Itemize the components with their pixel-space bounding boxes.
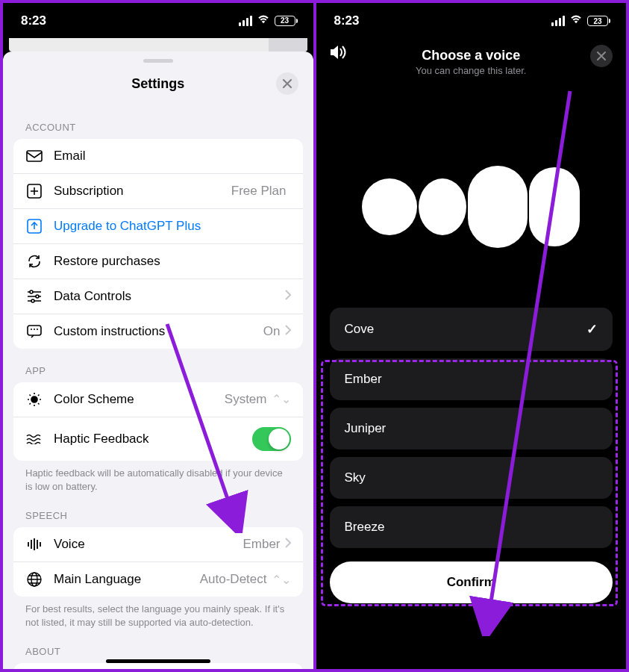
voice-option-cove[interactable]: Cove ✓ xyxy=(330,308,613,351)
row-voice[interactable]: Voice Ember xyxy=(13,527,303,562)
waves-icon xyxy=(25,432,43,447)
voice-option-ember[interactable]: Ember xyxy=(330,358,613,400)
check-icon: ✓ xyxy=(586,321,598,337)
voice-list: Cove ✓ Ember Juniper Sky Breeze xyxy=(330,308,613,548)
row-label: Upgrade to ChatGPT Plus xyxy=(54,219,291,234)
svg-rect-6 xyxy=(28,326,41,335)
section-label-app: APP xyxy=(3,349,313,382)
battery-icon: 23 xyxy=(587,16,608,26)
row-label: Subscription xyxy=(54,184,231,199)
row-email[interactable]: Email xyxy=(13,139,303,174)
chevron-right-icon xyxy=(285,325,291,338)
voice-label: Cove xyxy=(345,322,375,337)
refresh-icon xyxy=(25,254,43,269)
haptic-toggle[interactable] xyxy=(252,427,291,451)
row-color-scheme[interactable]: Color Scheme System ⌃⌄ xyxy=(13,382,303,417)
status-indicators: 23 xyxy=(239,13,295,28)
row-restore[interactable]: Restore purchases xyxy=(13,244,303,279)
voice-option-juniper[interactable]: Juniper xyxy=(330,408,613,449)
voice-option-sky[interactable]: Sky xyxy=(330,457,613,499)
row-label: Data Controls xyxy=(54,289,285,304)
speech-footer: For best results, select the language yo… xyxy=(3,597,313,629)
status-indicators: 23 xyxy=(551,13,608,28)
voice-label: Breeze xyxy=(345,520,385,535)
settings-header: Settings xyxy=(3,63,313,105)
status-time: 8:23 xyxy=(21,13,46,28)
status-bar: 8:23 23 xyxy=(316,3,627,39)
close-button[interactable] xyxy=(276,72,298,95)
voice-label: Ember xyxy=(345,372,382,387)
svg-point-5 xyxy=(31,299,34,302)
row-data-controls[interactable]: Data Controls xyxy=(13,279,303,314)
status-bar: 8:23 23 xyxy=(3,3,313,38)
row-label: Color Scheme xyxy=(54,392,225,407)
row-value: Ember xyxy=(242,537,280,552)
row-value: Free Plan xyxy=(231,184,287,199)
close-button[interactable] xyxy=(590,45,613,67)
home-indicator[interactable] xyxy=(106,659,210,663)
row-subscription[interactable]: Subscription Free Plan xyxy=(13,174,303,209)
row-label: Main Language xyxy=(54,572,200,587)
cellular-icon xyxy=(239,16,252,26)
app-group: Color Scheme System ⌃⌄ Haptic Feedback xyxy=(13,382,303,461)
choose-header: Choose a voice You can change this later… xyxy=(316,39,627,76)
row-custom-instructions[interactable]: Custom instructions On xyxy=(13,314,303,349)
row-upgrade[interactable]: Upgrade to ChatGPT Plus xyxy=(13,209,303,244)
app-footer: Haptic feedback will be automatically di… xyxy=(3,461,313,494)
svg-point-7 xyxy=(31,396,37,402)
blob xyxy=(419,178,466,235)
email-icon xyxy=(25,149,43,164)
row-label: Voice xyxy=(54,537,242,552)
background-sheet xyxy=(9,38,307,52)
chevron-right-icon xyxy=(285,290,291,303)
confirm-button[interactable]: Confirm xyxy=(330,561,613,603)
voice-option-breeze[interactable]: Breeze xyxy=(330,506,613,548)
account-group: Email Subscription Free Plan Upgrade to … xyxy=(13,139,303,349)
blob xyxy=(529,167,580,246)
svg-point-4 xyxy=(36,295,39,298)
row-value: System xyxy=(225,392,267,407)
svg-rect-0 xyxy=(27,151,42,161)
sliders-icon xyxy=(25,289,43,304)
about-group xyxy=(13,663,303,669)
status-time: 8:23 xyxy=(334,13,360,28)
section-label-about: ABOUT xyxy=(3,629,313,663)
blob xyxy=(362,178,417,235)
row-label: Email xyxy=(54,149,287,164)
battery-icon: 23 xyxy=(275,16,295,26)
row-haptic[interactable]: Haptic Feedback xyxy=(13,417,303,461)
row-value: On xyxy=(263,324,281,339)
row-label: Custom instructions xyxy=(54,324,263,339)
updown-icon: ⌃⌄ xyxy=(272,573,291,587)
voice-visualizer xyxy=(316,76,627,308)
speech-group: Voice Ember Main Language Auto-Detect ⌃⌄ xyxy=(13,527,303,597)
voice-label: Juniper xyxy=(345,421,387,436)
upload-icon xyxy=(25,219,43,234)
wifi-icon xyxy=(569,13,583,28)
row-label: Restore purchases xyxy=(54,254,291,269)
updown-icon: ⌃⌄ xyxy=(272,392,291,406)
svg-point-3 xyxy=(30,290,33,293)
page-title: Settings xyxy=(131,76,184,92)
voice-label: Sky xyxy=(345,470,366,485)
page-subtitle: You can change this later. xyxy=(316,65,627,76)
section-label-account: ACCOUNT xyxy=(3,105,313,139)
section-label-speech: SPEECH xyxy=(3,494,313,527)
row-value: Auto-Detect xyxy=(200,572,267,587)
globe-icon xyxy=(25,572,43,587)
cellular-icon xyxy=(551,16,565,26)
row-language[interactable]: Main Language Auto-Detect ⌃⌄ xyxy=(13,562,303,597)
blob xyxy=(468,166,528,248)
sun-icon xyxy=(25,392,43,407)
plus-square-icon xyxy=(25,184,43,199)
wifi-icon xyxy=(257,13,270,28)
page-title: Choose a voice xyxy=(316,48,627,63)
close-icon xyxy=(597,52,606,60)
voice-icon xyxy=(25,537,43,552)
chat-icon xyxy=(25,324,43,339)
close-icon xyxy=(282,78,292,89)
chevron-right-icon xyxy=(285,538,291,551)
row-label: Haptic Feedback xyxy=(54,432,252,447)
